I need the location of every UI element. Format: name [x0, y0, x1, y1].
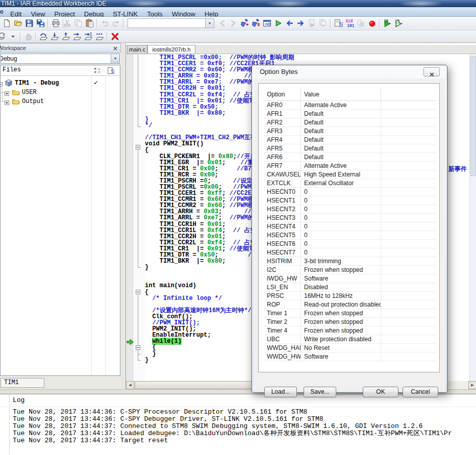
step-into-icon[interactable]: [49, 31, 60, 42]
find-previous-icon[interactable]: [216, 18, 228, 29]
run-to-cursor-icon[interactable]: [83, 31, 94, 42]
close-icon[interactable]: [112, 45, 119, 52]
goto-window-icon[interactable]: [261, 18, 272, 29]
cancel-button[interactable]: Cancel: [403, 387, 438, 397]
breakpoint-margin[interactable]: [126, 54, 133, 381]
scrollbar-thumb[interactable]: [470, 56, 476, 176]
tree-item-project[interactable]: TIM1 - Debug ✓: [1, 79, 120, 88]
option-row-afr5[interactable]: AFR5Default: [264, 144, 436, 153]
option-row-ckawusel[interactable]: CKAWUSELHigh Speed External: [264, 170, 436, 179]
find-next-icon[interactable]: [228, 18, 239, 29]
scroll-right-icon[interactable]: ▶: [468, 381, 476, 389]
find-combobox[interactable]: ▼: [128, 18, 214, 28]
option-row-hsecnt2[interactable]: HSECNT20: [264, 205, 436, 214]
tab-main-c[interactable]: main.c: [127, 45, 147, 54]
option-table-header[interactable]: Option Value: [264, 88, 436, 101]
option-row-iwdg-hw[interactable]: IWDG_HWSoftware: [264, 274, 436, 283]
redo-icon[interactable]: [110, 18, 121, 29]
option-row-hsecnt4[interactable]: HSECNT40: [264, 222, 436, 231]
option-row-rop[interactable]: ROPRead-out protection disabled: [264, 300, 436, 309]
vertical-scrollbar[interactable]: [469, 54, 476, 381]
navigate-forward-icon[interactable]: [295, 18, 306, 29]
fold-collapse-icon[interactable]: [136, 290, 140, 294]
title-bar[interactable]: TIM1 - IAR Embedded Workbench IDE: [0, 0, 476, 7]
option-row-hsecnt6[interactable]: HSECNT60: [264, 240, 436, 248]
fold-margin[interactable]: [134, 54, 145, 381]
option-row-hsecnt1[interactable]: HSECNT10: [264, 196, 436, 205]
option-row-lsi-en[interactable]: LSI_ENDisabled: [264, 283, 436, 292]
option-row-ubc[interactable]: UBCWrite protection disabled: [264, 335, 436, 344]
option-row-i2c[interactable]: I2CFrozen when stopped: [264, 266, 436, 274]
replace-icon[interactable]: [250, 18, 261, 29]
compile-icon[interactable]: [306, 18, 317, 29]
download-and-debug-icon[interactable]: [382, 18, 393, 29]
config-dropdown[interactable]: Debug ▼: [1, 54, 120, 64]
debug-without-downloading-icon[interactable]: [393, 18, 404, 29]
expand-icon[interactable]: [5, 99, 9, 104]
option-row-afr7[interactable]: AFR7Alternate Active: [264, 162, 436, 170]
break-icon[interactable]: [22, 31, 34, 42]
ok-button[interactable]: OK: [363, 387, 398, 397]
next-statement-icon[interactable]: [71, 31, 83, 42]
option-row-wwdg-halt[interactable]: WWDG_HALTNo Reset: [264, 344, 436, 352]
dropdown-caret-icon[interactable]: [7, 31, 18, 42]
column-header-option[interactable]: Option: [264, 88, 301, 101]
tree-item-user[interactable]: USER: [1, 88, 120, 97]
save-button[interactable]: Save...: [304, 387, 336, 397]
save-icon[interactable]: [23, 18, 35, 29]
step-over-icon[interactable]: [38, 31, 49, 42]
sort-options-icon[interactable]: [93, 67, 101, 74]
load-button[interactable]: Load...: [264, 387, 297, 397]
undo-icon[interactable]: [99, 18, 110, 29]
option-row-afr6[interactable]: AFR6Default: [264, 153, 436, 162]
option-row-afr0[interactable]: AFR0Alternate Active: [264, 101, 436, 110]
close-icon[interactable]: [423, 67, 440, 77]
option-row-timer-2[interactable]: Timer 2Frozen when stopped: [264, 318, 436, 326]
go-icon[interactable]: [94, 31, 105, 42]
workspace-tab-tim1[interactable]: TIM1: [1, 378, 44, 388]
option-row-hsecnt3[interactable]: HSECNT30: [264, 214, 436, 222]
print-icon[interactable]: [50, 18, 61, 29]
stop-debugger-icon[interactable]: [109, 31, 120, 42]
paste-icon[interactable]: [84, 18, 95, 29]
copy-icon[interactable]: [72, 18, 84, 29]
menu-file[interactable]: File: [0, 7, 6, 16]
option-row-timer-4[interactable]: Timer 4Frozen when stopped: [264, 326, 436, 335]
fold-collapse-icon[interactable]: [136, 345, 140, 350]
make-icon[interactable]: [317, 18, 329, 29]
option-row-timer-1[interactable]: Timer 1Frozen when stopped: [264, 309, 436, 318]
navigate-backward-icon[interactable]: [284, 18, 295, 29]
option-row-hsecnt0[interactable]: HSECNT00: [264, 188, 436, 196]
workspace-title-bar[interactable]: Workspace: [0, 43, 121, 53]
option-row-hsecnt5[interactable]: HSECNT50: [264, 231, 436, 240]
output-column-icon[interactable]: 0110: [107, 67, 115, 74]
fold-collapse-icon[interactable]: [136, 145, 140, 149]
expand-icon[interactable]: [5, 90, 9, 94]
collapse-icon[interactable]: [0, 81, 3, 85]
chevron-down-icon[interactable]: ▼: [111, 54, 119, 63]
next-bookmark-icon[interactable]: [272, 18, 284, 29]
option-row-extclk[interactable]: EXTCLKExternal Oscillator: [264, 179, 436, 188]
files-header[interactable]: Files 0110: [1, 65, 120, 76]
disassembly-icon[interactable]: 0110: [333, 18, 344, 29]
option-row-afr4[interactable]: AFR4Default: [264, 136, 436, 144]
cut-icon[interactable]: [61, 18, 72, 29]
column-header-value[interactable]: Value: [301, 88, 381, 101]
open-file-icon[interactable]: [12, 18, 23, 29]
new-file-icon[interactable]: [1, 18, 12, 29]
option-row-prsc[interactable]: PRSC16MHz to 128kHz: [264, 292, 436, 300]
tree-item-output[interactable]: Output: [1, 97, 120, 106]
option-row-afr1[interactable]: AFR1Default: [264, 110, 436, 118]
option-row-afr2[interactable]: AFR2Default: [264, 118, 436, 127]
watch-window-icon[interactable]: 010101: [344, 18, 355, 29]
reset-icon[interactable]: [0, 31, 7, 42]
save-all-icon[interactable]: [35, 18, 46, 29]
chevron-down-icon[interactable]: ▼: [205, 19, 214, 28]
option-row-hsitrim[interactable]: HSITRIM3-bit trimming: [264, 257, 436, 266]
step-out-icon[interactable]: [60, 31, 71, 42]
option-row-afr3[interactable]: AFR3Default: [264, 127, 436, 136]
option-row-wwdg-hw[interactable]: WWDG_HWSoftware: [264, 352, 436, 361]
scroll-left-icon[interactable]: ◀: [126, 381, 134, 389]
tab-iostm8s207rb-h[interactable]: iostm8s207rb.h: [147, 45, 195, 54]
option-row-hsecnt7[interactable]: HSECNT70: [264, 248, 436, 257]
